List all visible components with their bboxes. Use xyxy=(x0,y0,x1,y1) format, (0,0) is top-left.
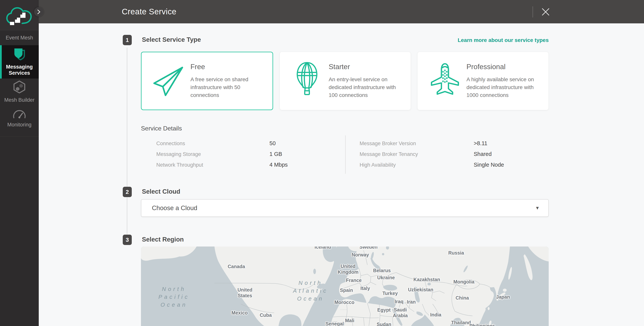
map-country-label: Spain xyxy=(340,287,353,293)
map-country-label: Iran xyxy=(407,299,416,305)
map-country-label: Russia xyxy=(448,250,464,256)
map-country-label: Turkey xyxy=(382,290,398,296)
map-country-label: Iceland xyxy=(314,247,331,250)
hot-air-balloon-icon xyxy=(286,61,329,101)
step-2-title: Select Cloud xyxy=(142,188,180,195)
card-description: An entry-level service on dedicated infr… xyxy=(329,75,405,99)
gauge-icon xyxy=(12,109,26,119)
sidebar: Event Mesh Messaging Services xyxy=(0,0,39,326)
sidebar-item-label: Event Mesh xyxy=(6,35,33,41)
map-country-label: Norway xyxy=(352,252,369,258)
step-1-title: Select Service Type xyxy=(142,36,201,43)
detail-label: High Availability xyxy=(360,162,396,168)
learn-more-link[interactable]: Learn more about our service types xyxy=(458,37,549,43)
sidebar-item-mesh-builder[interactable]: Mesh Builder xyxy=(0,79,39,104)
detail-label: Connections xyxy=(156,141,185,147)
service-type-cards: Free A free service on shared infrastruc… xyxy=(141,52,549,110)
map-country-label: Canada xyxy=(228,264,245,269)
map-country-label: Cuba xyxy=(260,312,272,318)
card-description: A highly available service on dedicated … xyxy=(466,75,543,99)
card-title: Starter xyxy=(329,63,405,71)
detail-value: 1 GB xyxy=(270,151,282,157)
shield-icon xyxy=(13,48,26,61)
cloud-select-dropdown[interactable]: Choose a Cloud ▼ xyxy=(141,199,549,217)
page-title: Create Service xyxy=(122,7,176,16)
sidebar-divider xyxy=(0,136,39,137)
map-country-label: Kazakhstan xyxy=(414,277,440,282)
sidebar-item-label: Monitoring xyxy=(7,122,32,128)
detail-value: Shared xyxy=(474,151,492,157)
step-connector-line xyxy=(127,47,127,235)
map-country-label: Sweden xyxy=(360,247,378,250)
map-country-label: Iraq xyxy=(395,299,404,304)
cloud-select-value: Choose a Cloud xyxy=(152,204,535,212)
detail-value: 50 xyxy=(270,140,276,147)
step-1-badge: 1 xyxy=(123,35,132,45)
map-country-label: Mongolia xyxy=(453,279,474,285)
cloud-logo-icon xyxy=(5,5,33,25)
airplane-icon xyxy=(423,62,466,100)
map-country-label: France xyxy=(346,277,362,283)
close-button[interactable] xyxy=(541,7,550,17)
detail-value: >8.11 xyxy=(474,140,487,147)
service-type-card-free[interactable]: Free A free service on shared infrastruc… xyxy=(141,52,273,110)
step-3-badge: 3 xyxy=(123,235,132,245)
map-ocean-label: North Atlantic Ocean xyxy=(293,279,328,303)
active-indicator xyxy=(0,45,2,79)
map-country-label: Sudan xyxy=(377,322,391,326)
detail-value: 4 Mbps xyxy=(270,162,288,168)
map-country-label: Japan xyxy=(496,294,510,300)
service-type-card-starter[interactable]: Starter An entry-level service on dedica… xyxy=(280,52,411,110)
map-country-label: Belarus xyxy=(373,268,391,273)
chevron-down-icon: ▼ xyxy=(535,205,540,211)
hexagon-icon xyxy=(12,80,26,95)
map-labels: North Pacific OceanNorth Atlantic OceanC… xyxy=(141,247,549,326)
step-3-title: Select Region xyxy=(142,236,184,243)
sidebar-item-label: Messaging Services xyxy=(3,64,36,76)
map-country-label: United States xyxy=(238,287,252,299)
card-description: A free service on shared infrastructure … xyxy=(190,75,267,99)
map-country-label: Italy xyxy=(360,285,370,291)
map-country-label: Thailand xyxy=(451,320,471,326)
map-country-label: Mali xyxy=(345,318,354,323)
detail-label: Message Broker Version xyxy=(360,141,416,147)
card-title: Free xyxy=(190,63,267,71)
chevron-right-icon xyxy=(37,9,41,15)
detail-label: Message Broker Tenancy xyxy=(360,151,418,157)
map-country-label: United Kingdom xyxy=(338,263,358,275)
map-country-label: Egypt xyxy=(377,307,390,313)
sidebar-nav: Event Mesh Messaging Services xyxy=(0,30,39,132)
region-map[interactable]: North Pacific OceanNorth Atlantic OceanC… xyxy=(141,247,549,326)
sidebar-item-event-mesh[interactable]: Event Mesh xyxy=(0,30,39,45)
sidebar-expand-button[interactable] xyxy=(34,7,43,16)
map-country-label: Senegal xyxy=(326,321,344,326)
wizard-content: 1 Select Service Type Learn more about o… xyxy=(39,23,644,326)
paper-plane-icon xyxy=(147,64,190,98)
map-country-label: India xyxy=(430,312,441,318)
service-type-card-professional[interactable]: Professional A highly available service … xyxy=(417,52,549,110)
map-country-label: Uzbekistan xyxy=(408,287,433,293)
card-title: Professional xyxy=(466,63,543,71)
map-ocean-label: North Pacific Ocean xyxy=(158,285,190,309)
service-details-title: Service Details xyxy=(141,125,182,132)
map-country-label: Philippines xyxy=(470,323,495,326)
header-divider xyxy=(532,6,533,17)
detail-label: Messaging Storage xyxy=(156,151,201,157)
map-country-label: Saudi Arabia xyxy=(393,307,408,318)
map-country-label: China xyxy=(456,295,469,301)
map-country-label: Ukraine xyxy=(377,275,395,280)
create-service-page: Event Mesh Messaging Services xyxy=(0,0,644,326)
details-column-divider xyxy=(345,136,346,174)
sidebar-item-monitoring[interactable]: Monitoring xyxy=(0,104,39,132)
modal-header: Create Service xyxy=(39,0,644,23)
close-icon xyxy=(541,7,550,16)
sidebar-item-messaging-services[interactable]: Messaging Services xyxy=(0,45,39,79)
map-country-label: Morocco xyxy=(334,299,354,305)
map-country-label: Mexico xyxy=(232,310,248,316)
step-2-badge: 2 xyxy=(123,187,132,197)
detail-value: Single Node xyxy=(474,162,504,168)
solace-cloud-logo[interactable] xyxy=(0,0,39,30)
detail-label: Network Throughput xyxy=(156,162,203,168)
sidebar-item-label: Mesh Builder xyxy=(4,97,34,103)
